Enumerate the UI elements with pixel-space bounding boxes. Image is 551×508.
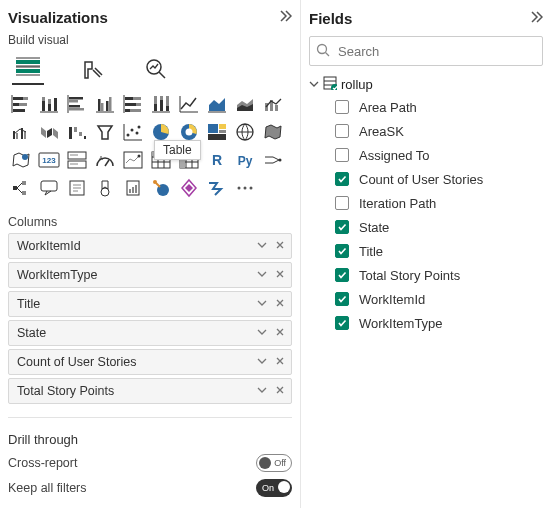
viz-r-visual-icon[interactable]: R (204, 147, 230, 173)
viz-card-icon[interactable]: 123 (36, 147, 62, 173)
viz-more-icon[interactable] (232, 175, 258, 201)
field-checkbox[interactable] (335, 100, 349, 114)
collapse-viz-button[interactable] (278, 9, 292, 26)
viz-qa-icon[interactable] (36, 175, 62, 201)
field-checkbox[interactable] (335, 148, 349, 162)
search-box[interactable] (309, 36, 543, 66)
viz-map-icon[interactable] (232, 119, 258, 145)
field-checkbox[interactable] (335, 172, 349, 186)
viz-stacked-bar-icon[interactable] (8, 91, 34, 117)
columns-label: Columns (8, 215, 292, 229)
column-item[interactable]: State (8, 320, 292, 346)
viz-decomposition-tree-icon[interactable] (8, 175, 34, 201)
chevron-down-icon[interactable] (255, 326, 269, 340)
viz-kpi-icon[interactable] (120, 147, 146, 173)
svg-rect-27 (106, 101, 109, 111)
table-rollup-node[interactable]: rollup (309, 74, 543, 95)
viz-clustered-bar-icon[interactable] (64, 91, 90, 117)
viz-line-clustered-column-icon[interactable] (8, 119, 34, 145)
field-checkbox[interactable] (335, 220, 349, 234)
column-item[interactable]: Title (8, 291, 292, 317)
field-checkbox[interactable] (335, 244, 349, 258)
column-label: State (17, 326, 46, 340)
viz-funnel-icon[interactable] (92, 119, 118, 145)
svg-rect-42 (166, 106, 169, 111)
viz-paginated-report-icon[interactable] (120, 175, 146, 201)
remove-icon[interactable] (273, 297, 287, 311)
viz-narrative-icon[interactable] (64, 175, 90, 201)
chevron-down-icon[interactable] (255, 384, 269, 398)
field-checkbox[interactable] (335, 124, 349, 138)
field-checkbox[interactable] (335, 196, 349, 210)
viz-100-stacked-column-icon[interactable] (148, 91, 174, 117)
viz-power-apps-icon[interactable] (176, 175, 202, 201)
field-row[interactable]: State (309, 215, 543, 239)
column-item[interactable]: WorkItemId (8, 233, 292, 259)
column-label: Count of User Stories (17, 355, 137, 369)
column-item[interactable]: WorkItemType (8, 262, 292, 288)
collapse-fields-button[interactable] (529, 10, 543, 27)
field-checkbox[interactable] (335, 292, 349, 306)
search-input[interactable] (336, 43, 536, 60)
field-row[interactable]: Assigned To (309, 143, 543, 167)
build-tab-format[interactable] (76, 53, 108, 85)
build-tab-visual[interactable] (12, 53, 44, 85)
remove-icon[interactable] (273, 326, 287, 340)
field-label: Assigned To (359, 148, 430, 163)
field-row[interactable]: WorkItemType (309, 311, 543, 335)
viz-clustered-column-icon[interactable] (92, 91, 118, 117)
viz-treemap-icon[interactable] (204, 119, 230, 145)
svg-point-123 (318, 44, 327, 53)
viz-stacked-area-icon[interactable] (232, 91, 258, 117)
chevron-down-icon[interactable] (255, 297, 269, 311)
viz-azure-map-icon[interactable] (8, 147, 34, 173)
viz-scatter-icon[interactable] (120, 119, 146, 145)
field-row[interactable]: WorkItemId (309, 287, 543, 311)
chevron-down-icon[interactable] (255, 239, 269, 253)
viz-line-icon[interactable] (176, 91, 202, 117)
viz-key-influencers-icon[interactable] (260, 147, 286, 173)
svg-point-120 (238, 186, 241, 189)
viz-filled-map-icon[interactable] (260, 119, 286, 145)
field-checkbox[interactable] (335, 268, 349, 282)
viz-multi-row-card-icon[interactable] (64, 147, 90, 173)
field-row[interactable]: Total Story Points (309, 263, 543, 287)
column-item[interactable]: Total Story Points (8, 378, 292, 404)
viz-arcgis-icon[interactable] (148, 175, 174, 201)
viz-gauge-icon[interactable]: A (92, 147, 118, 173)
svg-rect-115 (129, 189, 131, 193)
viz-stacked-column-icon[interactable] (36, 91, 62, 117)
cross-report-toggle[interactable]: Off (256, 454, 292, 472)
column-item[interactable]: Count of User Stories (8, 349, 292, 375)
svg-text:123: 123 (42, 156, 56, 165)
chevron-down-icon[interactable] (255, 268, 269, 282)
remove-icon[interactable] (273, 384, 287, 398)
svg-rect-54 (69, 127, 72, 139)
viz-waterfall-icon[interactable] (64, 119, 90, 145)
field-checkbox[interactable] (335, 316, 349, 330)
field-row[interactable]: Area Path (309, 95, 543, 119)
svg-line-105 (17, 188, 22, 193)
field-row[interactable]: Title (309, 239, 543, 263)
build-tab-analytics[interactable] (140, 53, 172, 85)
chevron-down-icon[interactable] (255, 355, 269, 369)
viz-python-visual-icon[interactable]: Py (232, 147, 258, 173)
svg-rect-25 (98, 99, 101, 111)
field-row[interactable]: AreaSK (309, 119, 543, 143)
svg-rect-68 (219, 124, 226, 129)
svg-line-7 (159, 72, 165, 78)
viz-line-stacked-column-icon[interactable] (260, 91, 286, 117)
keep-filters-toggle[interactable]: On (256, 479, 292, 497)
remove-icon[interactable] (273, 239, 287, 253)
viz-goals-icon[interactable] (92, 175, 118, 201)
viz-power-automate-icon[interactable] (204, 175, 230, 201)
field-row[interactable]: Count of User Stories (309, 167, 543, 191)
viz-area-icon[interactable] (204, 91, 230, 117)
svg-rect-9 (23, 97, 28, 100)
remove-icon[interactable] (273, 355, 287, 369)
columns-well[interactable]: WorkItemIdWorkItemTypeTitleStateCount of… (8, 233, 292, 407)
field-row[interactable]: Iteration Path (309, 191, 543, 215)
viz-100-stacked-bar-icon[interactable] (120, 91, 146, 117)
remove-icon[interactable] (273, 268, 287, 282)
viz-ribbon-icon[interactable] (36, 119, 62, 145)
